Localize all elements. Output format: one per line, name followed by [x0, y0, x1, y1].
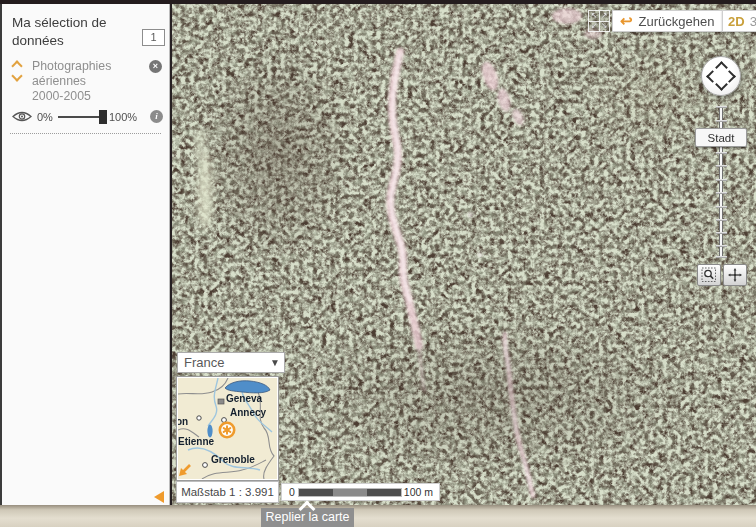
scalebar-segment [299, 489, 333, 496]
scalebar-start-label: 0 [289, 486, 295, 498]
tick-mark [716, 219, 727, 221]
layer-name-label: Photographies aériennes 2000-2005 [32, 59, 120, 104]
current-location-marker [220, 423, 234, 437]
layer-reorder-control[interactable] [11, 61, 23, 83]
scalebar-segment [367, 489, 401, 496]
mode-2d-button[interactable]: 2D [728, 14, 745, 29]
grenoble-town-dot [203, 463, 208, 468]
tick-mark [716, 256, 727, 258]
tick-mark [716, 179, 727, 181]
tick-mark [716, 152, 727, 154]
map-scale-readout: Maßstab 1 : 3.991 [176, 481, 279, 503]
go-back-button[interactable]: ↩ Zurückgehen [612, 10, 724, 32]
opacity-slider-handle[interactable] [99, 110, 107, 124]
zoom-level-handle[interactable]: Stadt [695, 128, 747, 147]
layer-visibility-eye-icon[interactable] [12, 110, 32, 123]
chevron-down-icon: ▼ [270, 353, 280, 372]
data-selection-panel: Ma sélection de données 1 Photographies … [0, 4, 170, 505]
collapse-panel-button[interactable] [154, 491, 164, 503]
pan-control[interactable] [701, 56, 741, 96]
zoom-box-tool-button[interactable] [697, 264, 721, 286]
expand-se-icon: ↘ [599, 21, 609, 31]
minimap-graphic: Geneva Annecy on Etienne Grenoble [178, 378, 277, 479]
bottom-status-strip [0, 505, 756, 527]
town-dot [197, 416, 201, 420]
tick-mark [716, 165, 727, 167]
magnifier-in-box-icon [701, 267, 717, 283]
tick-mark [716, 206, 727, 208]
region-dropdown-value: France [184, 355, 224, 370]
opacity-slider-track[interactable] [58, 116, 105, 118]
remove-layer-button[interactable]: × [149, 60, 162, 73]
city-label: on [178, 416, 188, 427]
recenter-tool-button[interactable] [723, 264, 747, 286]
layer-info-button[interactable]: i [150, 110, 163, 123]
geneva-city-icon [218, 399, 224, 404]
opacity-max-label: 100% [109, 111, 137, 123]
tick-mark [716, 245, 727, 247]
crosshair-icon [727, 267, 743, 283]
scalebar: 0 100 m [281, 483, 440, 501]
tick-mark [716, 106, 727, 108]
scalebar-segment [333, 489, 367, 496]
view-mode-switcher: 2D 3D [722, 10, 756, 32]
opacity-min-label: 0% [37, 111, 53, 123]
overview-minimap[interactable]: Geneva Annecy on Etienne Grenoble [176, 376, 279, 481]
tick-mark [716, 232, 727, 234]
city-label: Annecy [230, 407, 267, 418]
tick-mark [716, 192, 727, 194]
mode-3d-button[interactable]: 3D [750, 14, 756, 29]
region-dropdown[interactable]: France ▼ [177, 352, 285, 373]
expand-sw-icon: ↙ [589, 21, 599, 31]
tick-mark [716, 120, 727, 122]
scalebar-graphic [299, 489, 401, 496]
selection-count-badge[interactable]: 1 [142, 29, 165, 46]
panel-title: Ma sélection de données [12, 14, 124, 49]
city-label: Etienne [178, 436, 215, 447]
expand-nw-icon: ↖ [589, 11, 599, 21]
undo-arrow-icon: ↩ [620, 11, 633, 31]
chevron-down-icon[interactable] [11, 70, 22, 81]
city-label: Geneva [226, 393, 263, 404]
fullscreen-button[interactable]: ↖ ↗ ↙ ↘ [588, 10, 610, 32]
scalebar-end-label: 100 m [404, 486, 433, 498]
go-back-label: Zurückgehen [639, 14, 715, 29]
layer-list-separator [10, 133, 161, 134]
expand-ne-icon: ↗ [599, 11, 609, 21]
city-label: Grenoble [211, 454, 255, 465]
geoportal-window: ↖ ↗ ↙ ↘ ↩ Zurückgehen 2D 3D Stadt [0, 0, 756, 527]
